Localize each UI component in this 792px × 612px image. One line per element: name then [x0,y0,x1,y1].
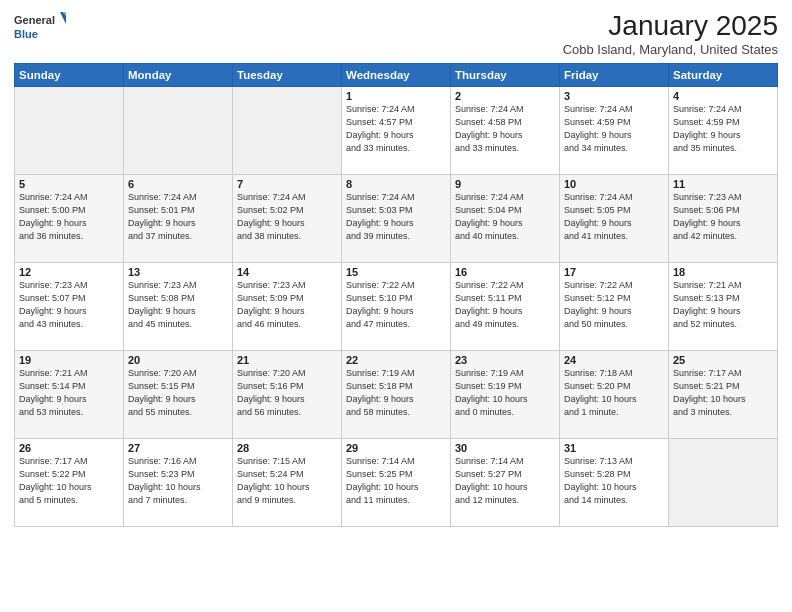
day-info: Sunrise: 7:22 AM Sunset: 5:11 PM Dayligh… [455,279,555,331]
day-number: 10 [564,178,664,190]
logo-svg: General Blue [14,10,66,46]
day-number: 27 [128,442,228,454]
day-info: Sunrise: 7:24 AM Sunset: 5:00 PM Dayligh… [19,191,119,243]
svg-text:Blue: Blue [14,28,38,40]
calendar-cell: 3Sunrise: 7:24 AM Sunset: 4:59 PM Daylig… [560,87,669,175]
weekday-tuesday: Tuesday [233,64,342,87]
day-number: 14 [237,266,337,278]
week-row-1: 1Sunrise: 7:24 AM Sunset: 4:57 PM Daylig… [15,87,778,175]
day-number: 16 [455,266,555,278]
calendar-cell: 12Sunrise: 7:23 AM Sunset: 5:07 PM Dayli… [15,263,124,351]
day-info: Sunrise: 7:21 AM Sunset: 5:13 PM Dayligh… [673,279,773,331]
day-number: 22 [346,354,446,366]
day-number: 12 [19,266,119,278]
day-number: 24 [564,354,664,366]
calendar-cell: 13Sunrise: 7:23 AM Sunset: 5:08 PM Dayli… [124,263,233,351]
page: General Blue January 2025 Cobb Island, M… [0,0,792,612]
calendar-cell: 5Sunrise: 7:24 AM Sunset: 5:00 PM Daylig… [15,175,124,263]
calendar-cell: 28Sunrise: 7:15 AM Sunset: 5:24 PM Dayli… [233,439,342,527]
day-number: 18 [673,266,773,278]
logo: General Blue [14,10,66,46]
day-info: Sunrise: 7:24 AM Sunset: 4:57 PM Dayligh… [346,103,446,155]
week-row-3: 12Sunrise: 7:23 AM Sunset: 5:07 PM Dayli… [15,263,778,351]
day-number: 31 [564,442,664,454]
month-title: January 2025 [563,10,778,42]
day-number: 11 [673,178,773,190]
day-info: Sunrise: 7:23 AM Sunset: 5:08 PM Dayligh… [128,279,228,331]
header: General Blue January 2025 Cobb Island, M… [14,10,778,57]
calendar-cell: 31Sunrise: 7:13 AM Sunset: 5:28 PM Dayli… [560,439,669,527]
calendar-cell: 6Sunrise: 7:24 AM Sunset: 5:01 PM Daylig… [124,175,233,263]
day-info: Sunrise: 7:20 AM Sunset: 5:15 PM Dayligh… [128,367,228,419]
day-info: Sunrise: 7:18 AM Sunset: 5:20 PM Dayligh… [564,367,664,419]
calendar-cell: 11Sunrise: 7:23 AM Sunset: 5:06 PM Dayli… [669,175,778,263]
day-info: Sunrise: 7:19 AM Sunset: 5:18 PM Dayligh… [346,367,446,419]
weekday-saturday: Saturday [669,64,778,87]
calendar-cell: 1Sunrise: 7:24 AM Sunset: 4:57 PM Daylig… [342,87,451,175]
calendar-cell: 17Sunrise: 7:22 AM Sunset: 5:12 PM Dayli… [560,263,669,351]
location: Cobb Island, Maryland, United States [563,42,778,57]
day-number: 13 [128,266,228,278]
day-number: 6 [128,178,228,190]
day-info: Sunrise: 7:17 AM Sunset: 5:22 PM Dayligh… [19,455,119,507]
day-info: Sunrise: 7:24 AM Sunset: 5:05 PM Dayligh… [564,191,664,243]
day-info: Sunrise: 7:13 AM Sunset: 5:28 PM Dayligh… [564,455,664,507]
day-number: 9 [455,178,555,190]
day-info: Sunrise: 7:24 AM Sunset: 4:59 PM Dayligh… [673,103,773,155]
day-info: Sunrise: 7:21 AM Sunset: 5:14 PM Dayligh… [19,367,119,419]
week-row-2: 5Sunrise: 7:24 AM Sunset: 5:00 PM Daylig… [15,175,778,263]
day-number: 3 [564,90,664,102]
day-number: 26 [19,442,119,454]
day-number: 20 [128,354,228,366]
calendar-cell: 8Sunrise: 7:24 AM Sunset: 5:03 PM Daylig… [342,175,451,263]
calendar-cell: 4Sunrise: 7:24 AM Sunset: 4:59 PM Daylig… [669,87,778,175]
day-number: 28 [237,442,337,454]
weekday-thursday: Thursday [451,64,560,87]
calendar-body: 1Sunrise: 7:24 AM Sunset: 4:57 PM Daylig… [15,87,778,527]
day-info: Sunrise: 7:19 AM Sunset: 5:19 PM Dayligh… [455,367,555,419]
day-number: 4 [673,90,773,102]
weekday-monday: Monday [124,64,233,87]
calendar-cell: 26Sunrise: 7:17 AM Sunset: 5:22 PM Dayli… [15,439,124,527]
day-number: 19 [19,354,119,366]
day-number: 8 [346,178,446,190]
weekday-friday: Friday [560,64,669,87]
calendar-cell: 19Sunrise: 7:21 AM Sunset: 5:14 PM Dayli… [15,351,124,439]
day-info: Sunrise: 7:20 AM Sunset: 5:16 PM Dayligh… [237,367,337,419]
title-block: January 2025 Cobb Island, Maryland, Unit… [563,10,778,57]
calendar-cell: 18Sunrise: 7:21 AM Sunset: 5:13 PM Dayli… [669,263,778,351]
calendar-cell: 30Sunrise: 7:14 AM Sunset: 5:27 PM Dayli… [451,439,560,527]
calendar-cell: 14Sunrise: 7:23 AM Sunset: 5:09 PM Dayli… [233,263,342,351]
day-number: 2 [455,90,555,102]
day-info: Sunrise: 7:15 AM Sunset: 5:24 PM Dayligh… [237,455,337,507]
day-number: 29 [346,442,446,454]
calendar-cell: 29Sunrise: 7:14 AM Sunset: 5:25 PM Dayli… [342,439,451,527]
calendar-cell: 16Sunrise: 7:22 AM Sunset: 5:11 PM Dayli… [451,263,560,351]
day-number: 25 [673,354,773,366]
day-info: Sunrise: 7:24 AM Sunset: 5:02 PM Dayligh… [237,191,337,243]
calendar-cell [15,87,124,175]
calendar-cell: 22Sunrise: 7:19 AM Sunset: 5:18 PM Dayli… [342,351,451,439]
day-info: Sunrise: 7:24 AM Sunset: 4:59 PM Dayligh… [564,103,664,155]
calendar-cell: 21Sunrise: 7:20 AM Sunset: 5:16 PM Dayli… [233,351,342,439]
calendar-cell: 27Sunrise: 7:16 AM Sunset: 5:23 PM Dayli… [124,439,233,527]
calendar-cell: 25Sunrise: 7:17 AM Sunset: 5:21 PM Dayli… [669,351,778,439]
weekday-row: SundayMondayTuesdayWednesdayThursdayFrid… [15,64,778,87]
day-info: Sunrise: 7:24 AM Sunset: 5:04 PM Dayligh… [455,191,555,243]
day-info: Sunrise: 7:23 AM Sunset: 5:06 PM Dayligh… [673,191,773,243]
day-info: Sunrise: 7:22 AM Sunset: 5:10 PM Dayligh… [346,279,446,331]
weekday-wednesday: Wednesday [342,64,451,87]
calendar-cell: 9Sunrise: 7:24 AM Sunset: 5:04 PM Daylig… [451,175,560,263]
calendar-cell [124,87,233,175]
calendar-header: SundayMondayTuesdayWednesdayThursdayFrid… [15,64,778,87]
day-info: Sunrise: 7:14 AM Sunset: 5:27 PM Dayligh… [455,455,555,507]
day-info: Sunrise: 7:24 AM Sunset: 4:58 PM Dayligh… [455,103,555,155]
calendar-cell [233,87,342,175]
day-info: Sunrise: 7:16 AM Sunset: 5:23 PM Dayligh… [128,455,228,507]
calendar-cell: 24Sunrise: 7:18 AM Sunset: 5:20 PM Dayli… [560,351,669,439]
calendar-cell: 7Sunrise: 7:24 AM Sunset: 5:02 PM Daylig… [233,175,342,263]
day-info: Sunrise: 7:22 AM Sunset: 5:12 PM Dayligh… [564,279,664,331]
day-info: Sunrise: 7:24 AM Sunset: 5:03 PM Dayligh… [346,191,446,243]
day-info: Sunrise: 7:23 AM Sunset: 5:09 PM Dayligh… [237,279,337,331]
day-number: 7 [237,178,337,190]
